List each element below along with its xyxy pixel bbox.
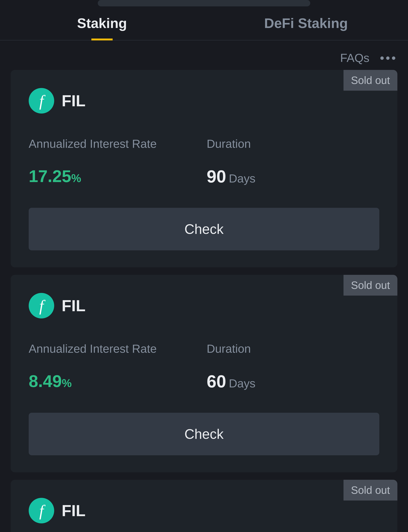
coin-symbol: FIL xyxy=(62,92,85,110)
filecoin-icon: f xyxy=(29,498,54,523)
rate-label: Annualized Interest Rate xyxy=(29,137,201,151)
more-icon[interactable]: ••• xyxy=(380,51,397,65)
percent-sign: % xyxy=(71,172,81,184)
rate-value: 17.25 xyxy=(29,167,71,186)
filecoin-icon: f xyxy=(29,293,54,319)
tab-bar: Staking DeFi Staking xyxy=(0,6,408,40)
rate-label: Annualized Interest Rate xyxy=(29,342,201,355)
duration-value: 60 xyxy=(207,372,226,391)
duration-value: 90 xyxy=(207,167,226,186)
coin-symbol: FIL xyxy=(62,501,85,520)
duration-unit: Days xyxy=(229,172,255,185)
percent-sign: % xyxy=(62,377,72,389)
staking-card: Sold out f FIL Annualized Interest Rate … xyxy=(11,480,397,532)
card-list: Sold out f FIL Annualized Interest Rate … xyxy=(0,70,408,532)
rate-value: 8.49 xyxy=(29,372,62,390)
tab-staking[interactable]: Staking xyxy=(0,6,204,40)
filecoin-icon: f xyxy=(29,88,54,114)
status-badge: Sold out xyxy=(343,480,397,500)
check-button[interactable]: Check xyxy=(29,208,379,250)
search-pill[interactable] xyxy=(98,0,310,6)
status-badge: Sold out xyxy=(343,275,397,296)
duration-label: Duration xyxy=(207,137,379,151)
check-button[interactable]: Check xyxy=(29,413,379,455)
coin-symbol: FIL xyxy=(62,297,85,315)
faqs-link[interactable]: FAQs xyxy=(340,51,369,65)
toolbar: FAQs ••• xyxy=(0,40,408,70)
tab-defi-staking[interactable]: DeFi Staking xyxy=(204,6,408,40)
staking-card: Sold out f FIL Annualized Interest Rate … xyxy=(11,275,397,472)
duration-label: Duration xyxy=(207,342,379,355)
duration-unit: Days xyxy=(229,377,255,390)
status-badge: Sold out xyxy=(343,70,397,91)
staking-card: Sold out f FIL Annualized Interest Rate … xyxy=(11,70,397,267)
